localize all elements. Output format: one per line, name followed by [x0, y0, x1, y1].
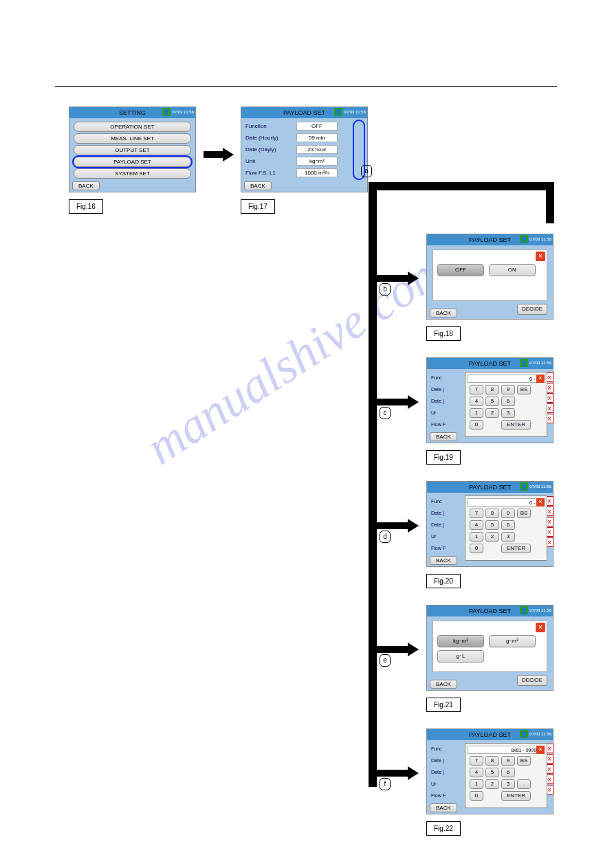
title-text: PAYLOAD SET [469, 360, 511, 367]
kp-close-icon[interactable]: × [536, 375, 545, 383]
key-1[interactable]: 1 [470, 532, 483, 542]
dialog: × OFF ON [432, 249, 547, 301]
key-1[interactable]: 1 [470, 779, 483, 789]
close-icon[interactable]: × [536, 623, 545, 632]
back-button[interactable]: BACK [72, 181, 100, 190]
key-4[interactable]: 4 [470, 520, 483, 530]
date: 07/03 11:56 [172, 110, 194, 115]
keypad: 0 - 23 × 7 8 9 BS 4 5 6 1 2 3 0 ENTER [465, 496, 547, 561]
key-3[interactable]: 3 [501, 408, 515, 418]
titlebar-fig20: PAYLOAD SET👤07/03 11:56 [427, 482, 553, 493]
fig19-label: Fig.19 [426, 450, 461, 465]
key-2[interactable]: 2 [485, 779, 499, 789]
arrow-1-head [223, 148, 234, 162]
key-5[interactable]: 5 [485, 520, 499, 530]
branch-d-head [408, 519, 419, 533]
key-6[interactable]: 6 [501, 397, 515, 406]
option-gm3[interactable]: g･m³ [489, 635, 536, 647]
back-button[interactable]: BACK [430, 803, 457, 812]
key-bs[interactable]: BS [517, 509, 531, 518]
row-flow-val[interactable]: 1000 m³/h [296, 168, 338, 177]
row-daily-label: Date (Dayly) [245, 146, 294, 153]
option-off[interactable]: OFF [437, 264, 484, 276]
key-0[interactable]: 0 [470, 544, 483, 553]
key-8[interactable]: 8 [485, 385, 499, 394]
fig16-label: Fig.16 [69, 199, 103, 214]
key-0[interactable]: 0 [470, 791, 483, 801]
key-4[interactable]: 4 [470, 768, 483, 777]
trunk-down [546, 182, 554, 223]
key-enter[interactable]: ENTER [501, 544, 531, 553]
key-7[interactable]: 7 [470, 756, 483, 766]
menu-system-set[interactable]: SYSTEM SET [74, 168, 191, 179]
screen-setting: SETTING 👤 07/03 11:56 OPERATION SET MEAS… [69, 107, 196, 192]
branch-b [377, 275, 408, 282]
option-on[interactable]: ON [489, 264, 536, 276]
kp-close-icon[interactable]: × [536, 746, 545, 754]
key-1[interactable]: 1 [470, 408, 483, 418]
keypad: 0 - 59 × 7 8 9 BS 4 5 6 1 2 3 0 ENTER [465, 372, 547, 437]
titlebar-fig21: PAYLOAD SET👤07/03 11:56 [427, 605, 553, 616]
back-button[interactable]: BACK [430, 680, 457, 689]
option-gl[interactable]: g･L [437, 650, 484, 663]
key-9[interactable]: 9 [501, 756, 515, 766]
titlebar-payload: PAYLOAD SET 👤07/03 11:56 [241, 107, 367, 118]
back-button[interactable]: BACK [430, 556, 457, 565]
key-8[interactable]: 8 [485, 756, 499, 766]
dialog: × kg･m³ g･m³ g･L [432, 621, 547, 672]
key-enter[interactable]: ENTER [501, 791, 531, 801]
row-hourly-val[interactable]: 59 min [296, 133, 338, 142]
row-hourly-label: Date (Hourly) [245, 135, 294, 141]
status: 👤 07/03 11:56 [162, 108, 194, 116]
key-8[interactable]: 8 [485, 509, 499, 518]
key-6[interactable]: 6 [501, 520, 515, 530]
menu-meas-line-set[interactable]: MEAS. LINE SET [74, 133, 191, 144]
kp-display: 0 - 23 [468, 498, 545, 507]
row-function-val[interactable]: OFF [296, 122, 338, 131]
option-kgm3[interactable]: kg･m³ [437, 635, 484, 647]
marker-f: f [380, 778, 391, 790]
close-icon[interactable]: × [536, 252, 545, 261]
row-unit-label: Unit [245, 158, 294, 164]
menu-output-set[interactable]: OUTPUT SET [74, 145, 191, 155]
menu-payload-set[interactable]: PAYLOAD SET [74, 157, 191, 167]
branch-c [377, 399, 408, 405]
keypad: 8x81 - 999999 × 7 8 9 BS 4 5 6 1 2 3 . 0… [465, 743, 547, 808]
key-9[interactable]: 9 [501, 509, 515, 518]
decide-button[interactable]: DECIDE [517, 675, 547, 686]
back-button[interactable]: BACK [430, 432, 457, 441]
kv-body: FunctionOFF Date (Hourly)59 min Date (Da… [241, 118, 367, 181]
fig22-label: Fig.22 [426, 821, 461, 836]
key-bs[interactable]: BS [517, 756, 531, 766]
key-2[interactable]: 2 [485, 408, 499, 418]
screen-fig22: PAYLOAD SET👤07/03 11:56 FuncDate (Date (… [426, 728, 553, 814]
row-unit-val[interactable]: kg･m³ [296, 157, 338, 166]
back-button[interactable]: BACK [244, 181, 272, 190]
key-6[interactable]: 6 [501, 768, 515, 777]
decide-button[interactable]: DECIDE [517, 304, 547, 315]
key-enter[interactable]: ENTER [501, 420, 531, 430]
key-3[interactable]: 3 [501, 779, 515, 789]
back-button[interactable]: BACK [430, 309, 457, 318]
key-bs[interactable]: BS [517, 385, 531, 394]
key-dot[interactable]: . [517, 779, 531, 789]
key-9[interactable]: 9 [501, 385, 515, 394]
key-3[interactable]: 3 [501, 532, 515, 542]
user-icon: 👤 [520, 606, 528, 614]
marker-e: e [380, 654, 391, 667]
key-7[interactable]: 7 [470, 385, 483, 394]
side-labels: FuncDate (Date (UrFlow F [431, 496, 446, 554]
kp-display: 0 - 59 [468, 375, 545, 383]
key-5[interactable]: 5 [485, 768, 499, 777]
key-5[interactable]: 5 [485, 397, 499, 406]
divider [55, 86, 557, 87]
menu-operation-set[interactable]: OPERATION SET [74, 122, 191, 132]
key-0[interactable]: 0 [470, 420, 483, 430]
fig20-label: Fig.20 [426, 574, 461, 588]
key-2[interactable]: 2 [485, 532, 499, 542]
kp-close-icon[interactable]: × [536, 498, 545, 507]
key-4[interactable]: 4 [470, 397, 483, 406]
key-7[interactable]: 7 [470, 509, 483, 518]
row-daily-val[interactable]: 23 hour [296, 145, 338, 154]
branch-f [377, 770, 408, 777]
